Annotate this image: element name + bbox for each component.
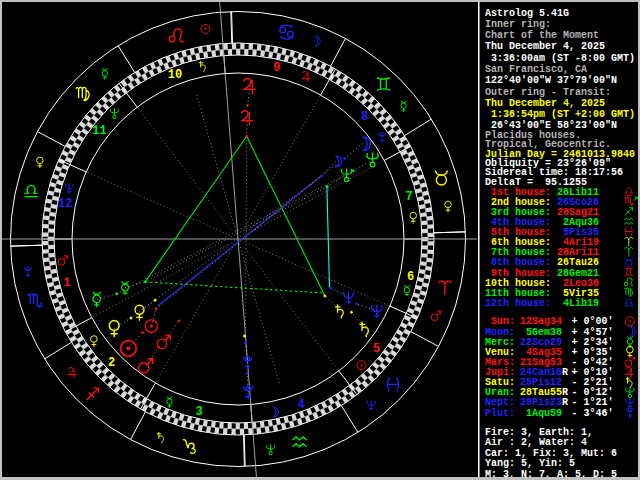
- svg-text:8: 8: [361, 110, 368, 124]
- svg-text:10: 10: [168, 68, 182, 82]
- svg-text:Thu December 4, 2025: Thu December 4, 2025: [485, 98, 605, 109]
- svg-text:11: 11: [92, 124, 106, 138]
- svg-text:12th house:: 12th house:: [485, 298, 551, 309]
- svg-text:Inner ring:: Inner ring:: [485, 19, 551, 30]
- svg-text:Plut:: Plut:: [485, 408, 515, 419]
- svg-text:Fire: 3, Earth: 1,: Fire: 3, Earth: 1,: [485, 427, 593, 438]
- svg-text:3:36:00am (ST -8:00 GMT): 3:36:00am (ST -8:00 GMT): [485, 53, 635, 64]
- svg-text:4Lib19: 4Lib19: [563, 298, 599, 309]
- svg-text:4: 4: [297, 398, 304, 412]
- svg-text:12: 12: [58, 197, 72, 211]
- svg-text:122°40'00"W 37°79'00"N: 122°40'00"W 37°79'00"N: [485, 75, 617, 86]
- svg-text:Astrolog 5.41G: Astrolog 5.41G: [485, 8, 569, 19]
- svg-text:Chart of the Moment: Chart of the Moment: [485, 30, 599, 41]
- svg-text:5: 5: [373, 342, 380, 356]
- svg-text:Air : 2, Water: 4: Air : 2, Water: 4: [485, 437, 587, 448]
- svg-text:San Francisco, CA: San Francisco, CA: [485, 64, 587, 75]
- svg-text:Yang: 5, Yin: 5: Yang: 5, Yin: 5: [485, 458, 575, 469]
- svg-text:7: 7: [406, 190, 413, 204]
- svg-text:1:36:54pm (ST +2:00 GMT): 1:36:54pm (ST +2:00 GMT): [485, 109, 635, 120]
- svg-text:1Aqu59: 1Aqu59: [526, 408, 562, 419]
- svg-text:Car: 1, Fix: 3, Mut: 6: Car: 1, Fix: 3, Mut: 6: [485, 448, 617, 459]
- svg-text:3: 3: [196, 405, 203, 419]
- svg-text:6: 6: [407, 270, 414, 284]
- svg-text:- 3°46': - 3°46': [572, 408, 614, 419]
- svg-text:R: R: [562, 397, 568, 408]
- svg-text:Thu December 4, 2025: Thu December 4, 2025: [485, 41, 605, 52]
- svg-text:9: 9: [273, 61, 280, 75]
- svg-text:1: 1: [63, 276, 70, 290]
- svg-text:2: 2: [108, 356, 115, 370]
- svg-text:R: R: [562, 367, 568, 378]
- svg-text:Outer ring - Transit:: Outer ring - Transit:: [485, 87, 611, 98]
